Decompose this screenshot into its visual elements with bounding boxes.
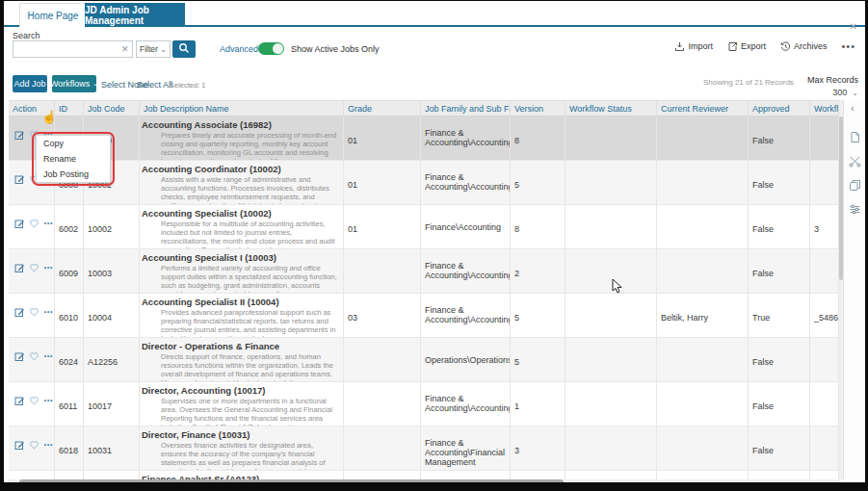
edit-icon[interactable] xyxy=(14,440,25,452)
add-job-button[interactable]: Add Job xyxy=(13,75,47,92)
tab-home-page[interactable]: Home Page xyxy=(19,3,87,27)
row-more-icon[interactable]: … xyxy=(43,351,53,357)
filter-dropdown[interactable]: Filter ⌄ xyxy=(136,40,171,58)
edit-icon[interactable] xyxy=(14,307,25,320)
workflows-dropdown-button[interactable]: Workflows ⌄ xyxy=(52,75,96,92)
cell-job-code xyxy=(84,471,140,479)
job-title[interactable]: Director, Finance (10031) xyxy=(140,426,343,441)
collapse-panel-icon[interactable]: ‹ xyxy=(851,102,855,114)
favorite-heart-icon[interactable] xyxy=(29,263,39,274)
context-menu-item-copy[interactable]: Copy xyxy=(37,136,110,151)
settings-sliders-icon[interactable] xyxy=(849,203,861,216)
table-row[interactable]: …601010004Accounting Specialist II (1000… xyxy=(9,294,839,338)
cell-job-description[interactable]: Accounting Specialist (10002)Responsible… xyxy=(140,205,344,248)
cell-job-description[interactable]: Accounting Specialist I (10003)Performs … xyxy=(140,249,344,293)
row-more-icon[interactable]: … xyxy=(43,219,53,224)
table-row[interactable]: …600210002Accounting Specialist (10002)R… xyxy=(9,205,839,249)
cell-current-reviewer: Beltik, Harry xyxy=(657,294,749,337)
favorite-heart-icon[interactable] xyxy=(29,219,39,230)
cell-job-description[interactable]: Accounting Associate (16982)Prepares tim… xyxy=(140,116,344,160)
job-title[interactable]: Director - Operations & Finance xyxy=(140,338,343,352)
edit-icon[interactable] xyxy=(14,263,25,275)
search-input[interactable] xyxy=(13,40,133,58)
job-title[interactable]: Director, Accounting (10017) xyxy=(140,382,343,397)
horizontal-scrollbar-thumb[interactable] xyxy=(19,479,564,482)
max-records-dropdown[interactable]: 300 ⌄ xyxy=(832,88,858,97)
job-title[interactable]: Accounting Associate (16982) xyxy=(140,116,343,131)
cell-grade xyxy=(344,382,421,426)
row-more-icon[interactable]: … xyxy=(43,440,53,446)
cell-job-description[interactable]: Director, Accounting (10017)Supervises o… xyxy=(140,382,344,426)
favorite-heart-icon[interactable] xyxy=(29,351,39,363)
table-row[interactable]: …6024A12256Director - Operations & Finan… xyxy=(9,338,839,382)
context-menu-item-job-posting[interactable]: Job Posting xyxy=(37,167,110,182)
table-row[interactable]: …601810031Director, Finance (10031)Overs… xyxy=(9,426,839,471)
row-actions-cell: … xyxy=(9,205,55,248)
cut-icon[interactable] xyxy=(849,155,861,168)
copy-icon[interactable] xyxy=(849,179,861,192)
filter-label: Filter xyxy=(140,44,158,54)
column-header-action[interactable]: Action xyxy=(9,101,55,116)
table-row[interactable]: …601110017Director, Accounting (10017)Su… xyxy=(9,382,839,426)
edit-icon[interactable] xyxy=(14,130,25,142)
row-more-icon[interactable]: … xyxy=(43,396,53,401)
column-header-workflow-status[interactable]: Workflow Status xyxy=(566,101,657,116)
job-title[interactable]: Accounting Specialist II (10004) xyxy=(140,294,343,308)
cell-job-description[interactable]: Finance Analyst Sr (A0123) xyxy=(140,471,344,479)
show-active-jobs-toggle[interactable] xyxy=(258,42,284,55)
job-title[interactable]: Accounting Specialist I (10003) xyxy=(140,249,343,264)
archives-button[interactable]: Archives xyxy=(780,41,828,52)
table-row[interactable]: …600810002Accounting Coordinator (10002)… xyxy=(9,161,839,205)
horizontal-scrollbar[interactable] xyxy=(9,479,839,482)
cell-version: 5 xyxy=(511,161,566,204)
column-header-job-code[interactable]: Job Code xyxy=(84,101,140,116)
cell-job-description[interactable]: Director, Finance (10031)Oversees financ… xyxy=(140,426,344,470)
cell-job-family xyxy=(421,471,511,479)
cell-job-description[interactable]: Accounting Coordinator (10002)Assists wi… xyxy=(140,161,344,204)
column-header-job-description-name[interactable]: Job Description Name xyxy=(140,101,344,116)
cell-approved: False xyxy=(749,116,810,160)
import-button[interactable]: Import xyxy=(674,41,713,52)
context-menu-item-rename[interactable]: Rename xyxy=(37,151,110,167)
edit-icon[interactable] xyxy=(14,351,25,364)
edit-icon[interactable] xyxy=(14,219,25,231)
row-context-menu: CopyRenameJob Posting xyxy=(36,135,111,183)
select-all-link[interactable]: Select All xyxy=(137,80,172,90)
document-icon[interactable] xyxy=(849,131,861,143)
more-menu-icon[interactable]: ••• xyxy=(841,40,855,52)
favorite-heart-icon[interactable] xyxy=(29,307,39,319)
chevron-down-icon: ⌄ xyxy=(852,89,858,97)
row-more-icon[interactable]: … xyxy=(43,307,53,313)
edit-icon[interactable] xyxy=(14,396,25,408)
job-title[interactable]: Accounting Coordinator (10002) xyxy=(140,161,343,175)
job-title[interactable]: Accounting Specialist (10002) xyxy=(140,205,343,220)
column-header-job-family-and-sub-family[interactable]: Job Family and Sub Family xyxy=(421,101,511,116)
cell-workflow-status xyxy=(566,294,657,337)
search-button[interactable] xyxy=(172,40,196,58)
cell-job-description[interactable]: Accounting Specialist II (10004)Provides… xyxy=(140,294,344,337)
export-button[interactable]: Export xyxy=(727,41,766,52)
advanced-link[interactable]: Advanced xyxy=(220,44,258,54)
tab-jd-admin-job-management[interactable]: JD Admin Job Management xyxy=(85,3,185,27)
cell-workflow-pri: _54866003 xyxy=(810,294,839,337)
table-row[interactable]: …600710000Accounting Associate (16982)Pr… xyxy=(9,116,839,161)
column-header-current-reviewer[interactable]: Current Reviewer xyxy=(657,101,749,116)
column-header-approved[interactable]: Approved xyxy=(749,101,810,116)
column-header-version[interactable]: Version xyxy=(511,101,566,116)
cell-job-description[interactable]: Director - Operations & FinanceDirects s… xyxy=(140,338,344,381)
table-row[interactable]: Finance Analyst Sr (A0123) xyxy=(9,471,839,479)
table-row[interactable]: …600910003Accounting Specialist I (10003… xyxy=(9,249,839,294)
column-header-id[interactable]: ID xyxy=(55,101,84,116)
cell-approved: False xyxy=(749,382,810,426)
edit-icon[interactable] xyxy=(14,174,25,187)
cell-current-reviewer xyxy=(657,249,749,293)
favorite-heart-icon[interactable] xyxy=(29,440,39,452)
column-header-grade[interactable]: Grade xyxy=(344,101,421,116)
favorite-heart-icon[interactable] xyxy=(29,396,39,407)
job-title[interactable]: Finance Analyst Sr (A0123) xyxy=(140,471,343,479)
import-label: Import xyxy=(688,41,713,51)
clear-search-icon[interactable]: ✕ xyxy=(121,44,129,54)
close-icon[interactable]: ✕ xyxy=(850,21,857,32)
column-header-workflow-pri[interactable]: Workflow Pri xyxy=(810,101,839,116)
row-more-icon[interactable]: … xyxy=(43,263,53,269)
